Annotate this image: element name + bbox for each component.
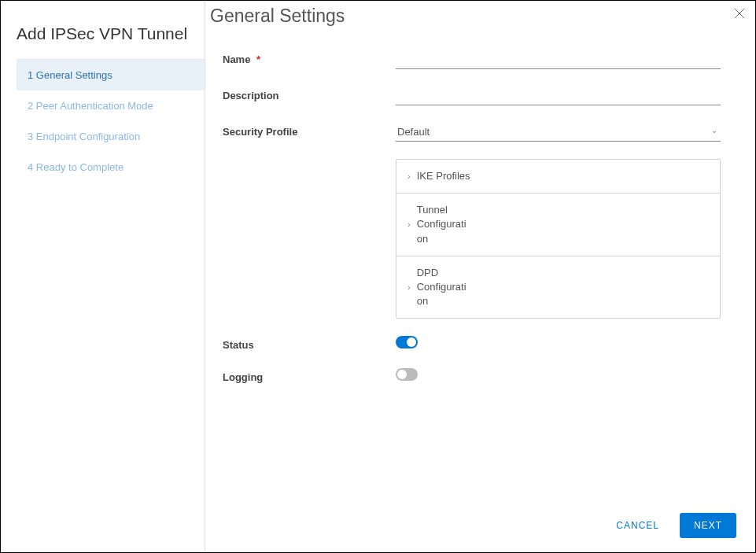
chevron-right-icon: ›	[408, 171, 411, 181]
step-label: Endpoint Configuration	[36, 131, 140, 142]
description-input[interactable]	[396, 87, 721, 105]
label-text: Name	[223, 53, 250, 65]
step-number: 4	[28, 161, 33, 173]
step-number: 1	[28, 69, 33, 81]
step-general-settings[interactable]: 1 General Settings	[17, 60, 205, 90]
required-asterisk: *	[256, 53, 260, 65]
status-label: Status	[223, 336, 396, 351]
accordion-tunnel-configuration[interactable]: › Tunnel Configuration	[396, 194, 720, 256]
logging-label: Logging	[223, 368, 396, 383]
field-row-status: Status	[223, 336, 721, 351]
security-profile-value: Default	[396, 123, 721, 141]
status-toggle[interactable]	[396, 336, 418, 348]
step-label: General Settings	[36, 69, 112, 81]
description-label: Description	[223, 87, 396, 101]
security-profile-field-wrap: Default ⌄	[396, 123, 721, 142]
step-number: 3	[28, 131, 33, 142]
accordion-ike-profiles[interactable]: › IKE Profiles	[396, 160, 720, 194]
toggle-knob	[407, 337, 416, 347]
logging-field-wrap	[396, 368, 721, 383]
field-row-description: Description	[223, 87, 721, 105]
step-peer-authentication-mode[interactable]: 2 Peer Authentication Mode	[17, 90, 205, 121]
accordion-label: Tunnel Configuration	[417, 203, 472, 246]
accordion-label: DPD Configuration	[417, 266, 472, 309]
accordion-dpd-configuration[interactable]: › DPD Configuration	[396, 256, 720, 319]
page-title: General Settings	[210, 6, 736, 27]
form-area: Name * Description Security Profile Defa…	[205, 27, 755, 499]
logging-toggle[interactable]	[396, 368, 418, 381]
toggle-knob	[397, 370, 407, 379]
field-row-logging: Logging	[223, 368, 721, 383]
name-field-wrap	[396, 50, 721, 69]
step-endpoint-configuration[interactable]: 3 Endpoint Configuration	[17, 121, 205, 152]
profile-accordion: › IKE Profiles › Tunnel Configuration › …	[396, 159, 721, 319]
next-button[interactable]: NEXT	[680, 513, 736, 538]
security-profile-details: › IKE Profiles › Tunnel Configuration › …	[223, 159, 721, 319]
accordion-label: IKE Profiles	[417, 169, 472, 183]
description-field-wrap	[396, 87, 721, 105]
step-ready-to-complete[interactable]: 4 Ready to Complete	[17, 152, 205, 182]
chevron-right-icon: ›	[408, 219, 411, 229]
step-number: 2	[28, 100, 33, 112]
modal-add-ipsec-vpn-tunnel: Add IPSec VPN Tunnel 1 General Settings …	[0, 0, 756, 553]
name-label: Name *	[223, 50, 396, 65]
wizard-footer: CANCEL NEXT	[205, 499, 755, 552]
step-label: Ready to Complete	[36, 161, 124, 173]
cancel-button[interactable]: CANCEL	[607, 514, 669, 537]
chevron-down-icon: ⌄	[711, 126, 717, 135]
status-field-wrap	[396, 336, 721, 351]
name-input[interactable]	[396, 50, 721, 69]
wizard-steps: 1 General Settings 2 Peer Authentication…	[17, 59, 205, 182]
field-row-name: Name *	[223, 50, 721, 69]
wizard-title: Add IPSec VPN Tunnel	[1, 17, 205, 59]
main-panel: General Settings Name * Description Sec	[205, 1, 755, 552]
wizard-sidebar: Add IPSec VPN Tunnel 1 General Settings …	[1, 1, 205, 552]
spacer-label	[223, 159, 396, 162]
security-profile-select[interactable]: Default ⌄	[396, 123, 721, 142]
close-icon	[734, 8, 745, 19]
main-header: General Settings	[205, 1, 755, 27]
close-button[interactable]	[732, 6, 747, 21]
security-profile-label: Security Profile	[223, 123, 396, 138]
field-row-security-profile: Security Profile Default ⌄	[223, 123, 721, 142]
chevron-right-icon: ›	[408, 282, 411, 292]
step-label: Peer Authentication Mode	[36, 100, 153, 112]
